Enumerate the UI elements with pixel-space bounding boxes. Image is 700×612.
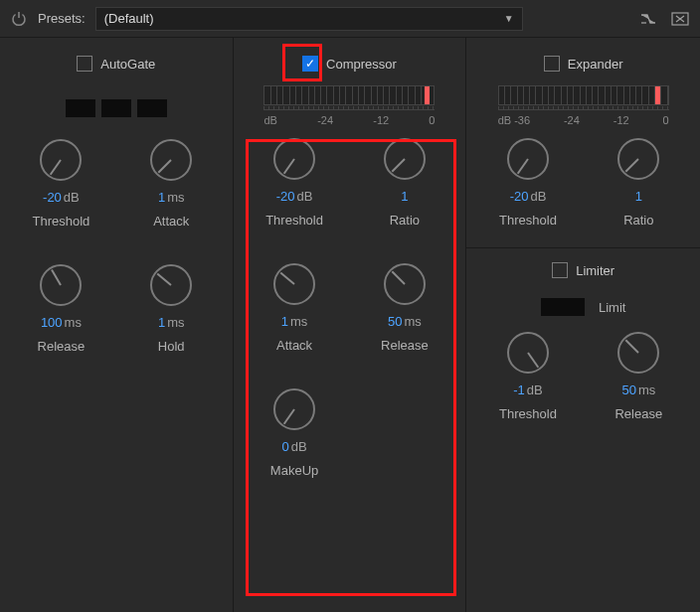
autogate-release-label: Release: [38, 339, 86, 354]
expander-checkbox[interactable]: [544, 56, 560, 72]
autogate-checkbox[interactable]: [77, 56, 92, 72]
autogate-meter: [0, 99, 233, 117]
presets-dropdown[interactable]: (Default) ▼: [95, 7, 523, 31]
limiter-release-knob[interactable]: [617, 332, 659, 374]
compressor-release-label: Release: [381, 338, 429, 353]
expander-ratio-label: Ratio: [623, 213, 653, 228]
limiter-threshold-label: Threshold: [499, 406, 557, 421]
compressor-makeup-knob[interactable]: [273, 388, 315, 430]
compressor-title: Compressor: [326, 57, 397, 72]
limiter-threshold-knob[interactable]: [507, 332, 549, 374]
compressor-section: ✓ Compressor dB -24 -12 0 -20dB Threshol…: [234, 38, 467, 612]
compressor-attack-knob[interactable]: [273, 263, 315, 305]
compressor-checkbox[interactable]: ✓: [302, 56, 318, 72]
autogate-release-knob[interactable]: [40, 264, 82, 306]
compressor-threshold-knob[interactable]: [273, 138, 315, 180]
compressor-release-knob[interactable]: [384, 263, 426, 305]
limiter-release-label: Release: [614, 406, 662, 421]
limiter-limit-box: [541, 298, 585, 316]
expander-ratio-knob[interactable]: [617, 138, 659, 180]
limiter-checkbox[interactable]: [552, 262, 568, 278]
autogate-hold-label: Hold: [158, 339, 185, 354]
autogate-attack-knob[interactable]: [150, 139, 192, 181]
autogate-hold-knob[interactable]: [150, 264, 192, 306]
compressor-threshold-label: Threshold: [265, 213, 323, 228]
autogate-attack-label: Attack: [153, 214, 189, 229]
expander-section: Expander dB -36 -24 -12 0 -20dB Threshol…: [466, 38, 700, 612]
limiter-title: Limiter: [576, 263, 614, 278]
autogate-section: AutoGate -20dB Threshold 1ms Attack 100m…: [0, 38, 234, 612]
autogate-threshold-knob[interactable]: [40, 139, 82, 181]
autogate-threshold-label: Threshold: [33, 214, 90, 229]
compressor-ratio-label: Ratio: [390, 213, 420, 228]
expander-meter: [498, 85, 669, 105]
compressor-meter: [263, 85, 435, 105]
power-icon[interactable]: [10, 10, 28, 28]
presets-label: Presets:: [38, 11, 86, 26]
expander-title: Expander: [568, 57, 623, 72]
expander-threshold-knob[interactable]: [507, 138, 549, 180]
compressor-attack-label: Attack: [276, 338, 312, 353]
chevron-down-icon: ▼: [504, 13, 514, 24]
compressor-makeup-label: MakeUp: [270, 463, 318, 478]
expander-threshold-label: Threshold: [499, 213, 557, 228]
limiter-limit-label: Limit: [599, 300, 625, 315]
routing-icon[interactable]: [638, 10, 658, 28]
presets-value: (Default): [104, 11, 154, 26]
compressor-ratio-knob[interactable]: [384, 138, 426, 180]
close-panel-icon[interactable]: [670, 10, 690, 28]
autogate-title: AutoGate: [100, 57, 155, 72]
